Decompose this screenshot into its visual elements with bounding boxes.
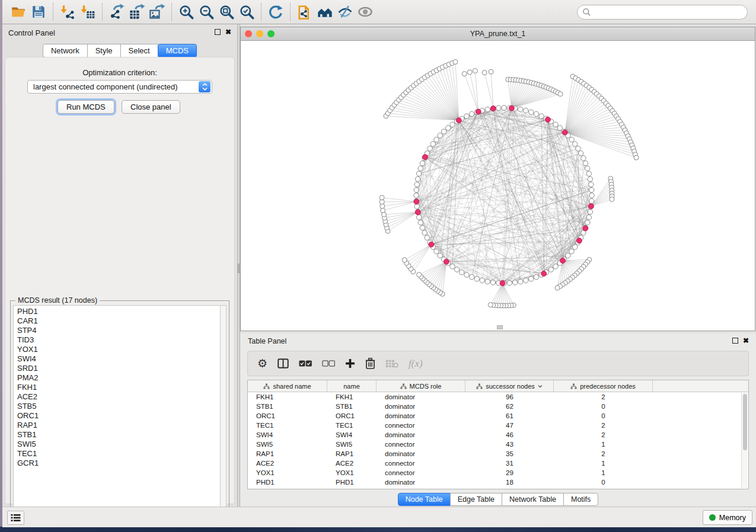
create-column-icon[interactable] [345, 358, 355, 368]
table-row[interactable]: YOX1YOX1connector291 [248, 468, 748, 477]
open-file-icon[interactable] [8, 2, 28, 22]
mcds-node-item[interactable]: GCR1 [17, 459, 220, 468]
save-session-icon[interactable] [28, 2, 49, 22]
show-all-icon[interactable] [355, 2, 375, 22]
show-columns-icon[interactable] [277, 358, 289, 368]
cell-predecessor-nodes: 0 [554, 403, 653, 410]
tab-network-table[interactable]: Network Table [502, 493, 564, 506]
toolbar-separator [261, 3, 261, 21]
table-row[interactable]: TEC1TEC1connector472 [248, 421, 748, 430]
delete-column-icon[interactable] [365, 358, 375, 369]
select-all-columns-icon[interactable] [299, 360, 312, 367]
memory-button[interactable]: Memory [703, 510, 752, 525]
table-row[interactable]: ORC1ORC1dominator610 [248, 411, 748, 421]
mcds-node-item[interactable]: STP4 [17, 326, 220, 335]
table-row[interactable]: SWI5SWI5connector431 [248, 440, 748, 449]
table-row[interactable]: PHD1PHD1dominator180 [248, 477, 748, 487]
control-panel-title: Control Panel [8, 28, 55, 37]
main-toolbar [2, 0, 756, 24]
network-hscroll-handle[interactable] [497, 325, 503, 329]
mcds-node-item[interactable]: RAP1 [17, 421, 220, 430]
close-panel-icon[interactable]: ✖ [225, 29, 231, 35]
memory-label: Memory [719, 514, 746, 522]
optimization-criterion-select[interactable]: largest connected component (undirected) [27, 80, 212, 94]
mcds-node-item[interactable]: SWI5 [17, 440, 220, 449]
table-row[interactable]: STB1STB1dominator620 [248, 402, 748, 411]
mcds-node-item[interactable]: TEC1 [17, 449, 220, 459]
mcds-node-item[interactable]: SRD1 [17, 364, 220, 373]
import-network-icon[interactable] [58, 2, 78, 22]
import-table-icon[interactable] [78, 2, 98, 22]
table-scrollbar-thumb[interactable] [743, 394, 747, 450]
mcds-list-scrollbar[interactable] [221, 305, 227, 518]
mcds-node-item[interactable]: STB1 [17, 430, 220, 440]
mcds-node-item[interactable]: SWI4 [17, 354, 220, 364]
tab-node-table[interactable]: Node Table [398, 493, 451, 506]
network-canvas[interactable] [241, 41, 755, 331]
node-table[interactable]: shared namenameMCDS rolesuccessor nodesp… [247, 380, 749, 489]
cell-name: ORC1 [327, 412, 377, 419]
tab-motifs[interactable]: Motifs [563, 493, 598, 506]
table-row[interactable]: ACE2ACE2connector311 [248, 459, 748, 468]
column-header-shared-name[interactable]: shared name [248, 380, 327, 392]
zoom-fit-icon[interactable] [216, 2, 237, 22]
search-input[interactable] [591, 8, 742, 16]
mcds-node-item[interactable]: CAR1 [17, 316, 220, 326]
export-network-icon[interactable] [107, 2, 127, 22]
float-table-panel-icon[interactable] [732, 338, 738, 344]
column-header-predecessor-nodes[interactable]: predecessor nodes [554, 380, 653, 392]
mcds-node-item[interactable]: PHD1 [17, 307, 220, 316]
tab-edge-table[interactable]: Edge Table [450, 493, 502, 506]
splitter-handle[interactable] [238, 264, 240, 273]
column-header-successor-nodes[interactable]: successor nodes [465, 380, 554, 392]
zoom-selected-icon[interactable] [237, 2, 257, 22]
cell-predecessor-nodes: 1 [554, 441, 653, 448]
deselect-all-columns-icon[interactable] [322, 360, 335, 367]
tab-select[interactable]: Select [120, 44, 158, 57]
mcds-node-item[interactable]: TID3 [17, 335, 220, 345]
export-image-icon[interactable] [147, 2, 167, 22]
mcds-node-item[interactable]: ACE2 [17, 392, 220, 402]
cell-successor-nodes: 46 [465, 431, 554, 438]
cell-predecessor-nodes: 2 [554, 450, 653, 457]
toolbar-separator [53, 3, 53, 21]
close-table-panel-icon[interactable]: ✖ [743, 338, 749, 344]
hide-selected-icon[interactable] [335, 2, 355, 22]
close-panel-button[interactable]: Close panel [122, 100, 180, 114]
optimization-criterion-label: Optimization criterion: [5, 68, 234, 77]
mcds-node-item[interactable]: STB5 [17, 402, 220, 411]
zoom-out-icon[interactable] [196, 2, 216, 22]
float-panel-icon[interactable] [215, 29, 221, 35]
table-scrollbar[interactable] [741, 393, 748, 488]
network-view-window: YPA_prune.txt_1 [240, 27, 755, 331]
column-header-name[interactable]: name [327, 380, 377, 392]
task-history-icon[interactable] [7, 511, 24, 525]
run-mcds-button[interactable]: Run MCDS [58, 100, 114, 114]
mcds-node-item[interactable]: YOX1 [17, 345, 220, 354]
table-settings-icon[interactable]: ⚙ [257, 358, 267, 369]
tab-mcds[interactable]: MCDS [158, 44, 197, 57]
first-neighbors-icon[interactable] [315, 2, 335, 22]
toolbar-separator [290, 3, 291, 21]
search-field[interactable] [577, 5, 748, 20]
cell-name: PHD1 [327, 479, 377, 486]
mcds-node-item[interactable]: FKH1 [17, 383, 220, 392]
table-row[interactable]: FKH1FKH1dominator962 [248, 392, 748, 402]
column-header-MCDS-role[interactable]: MCDS role [377, 380, 465, 392]
export-table-icon[interactable] [127, 2, 147, 22]
zoom-in-icon[interactable] [176, 2, 196, 22]
clone-network-icon[interactable] [295, 2, 315, 22]
cell-shared-name: RAP1 [248, 450, 327, 457]
mcds-node-item[interactable]: PMA2 [17, 373, 220, 383]
mcds-result-list[interactable]: PHD1CAR1STP4TID3YOX1SWI4SRD1PMA2FKH1ACE2… [13, 305, 221, 518]
toolbar-separator [171, 3, 172, 21]
cell-name: FKH1 [327, 393, 377, 400]
mcds-node-item[interactable]: ORC1 [17, 411, 220, 421]
tab-network[interactable]: Network [43, 44, 88, 57]
network-window-titlebar[interactable]: YPA_prune.txt_1 [241, 27, 755, 41]
cell-MCDS-role: dominator [377, 412, 465, 419]
tab-style[interactable]: Style [87, 44, 121, 57]
refresh-layout-icon[interactable] [266, 2, 286, 22]
table-row[interactable]: RAP1RAP1dominator352 [248, 449, 748, 459]
table-row[interactable]: SWI4SWI4dominator462 [248, 430, 748, 440]
